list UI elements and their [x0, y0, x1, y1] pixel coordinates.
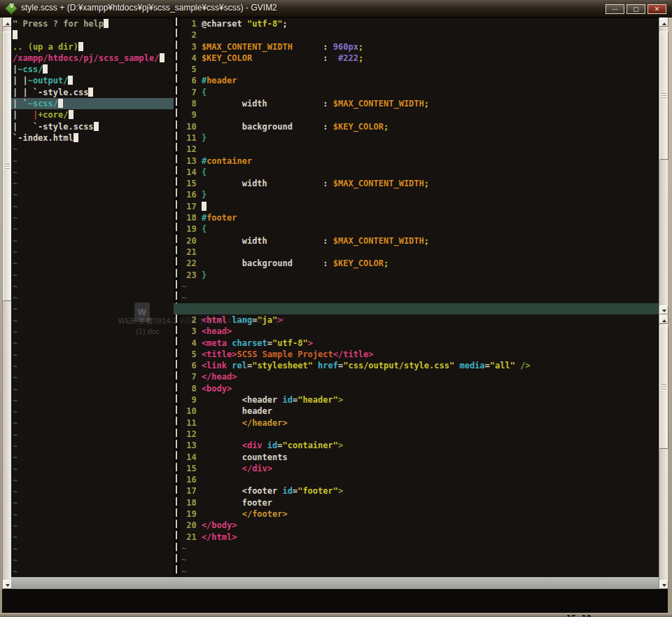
code-line[interactable]: 13 <div id="container">	[180, 440, 659, 451]
scroll-up-button[interactable]	[659, 314, 668, 324]
tree-item[interactable]: " Press ? for help	[11, 18, 174, 29]
code-line[interactable]: 7{	[180, 87, 659, 98]
code-line[interactable]: 17 <footer id="footer">	[180, 485, 659, 497]
code-line[interactable]: 14 countents	[180, 452, 659, 463]
code-line[interactable]: 22 background : $KEY_COLOR;	[180, 258, 659, 269]
syntax-token: {	[202, 167, 206, 177]
code-line[interactable]: 21	[180, 247, 659, 258]
code-line[interactable]: 3<head>	[180, 326, 659, 337]
tree-item[interactable]: .. (up a dir)	[11, 41, 174, 53]
code-line[interactable]: 2<html lang="ja">	[180, 314, 659, 326]
split-divider[interactable]	[176, 18, 177, 577]
syntax-token: $KEY_COLOR	[333, 258, 384, 268]
line-number: 4	[181, 53, 197, 64]
code-line[interactable]: 5	[180, 64, 659, 75]
syntax-token: | |	[13, 76, 28, 85]
code-line[interactable]: 13#container	[180, 155, 659, 167]
code-line[interactable]: 19 </footer>	[180, 508, 659, 520]
syntax-token: {	[202, 224, 206, 234]
right-scrollbar-bottom[interactable]	[659, 314, 668, 589]
maximize-button[interactable]: ▢	[626, 4, 645, 14]
code-line[interactable]: 23}	[180, 270, 659, 281]
code-line[interactable]: 10 background : $KEY_COLOR;	[180, 121, 659, 132]
syntax-token: footer	[202, 498, 272, 508]
line-number: 17	[181, 485, 197, 497]
code-line[interactable]: 10 header	[180, 405, 659, 417]
syntax-token: >	[308, 338, 313, 348]
code-line[interactable]: 1@charset "utf-8";	[180, 18, 659, 29]
code-line[interactable]: 16	[180, 474, 659, 485]
tilde-line: ~	[11, 155, 174, 167]
code-line[interactable]: 20 width : $MAX_CONTENT_WIDTH;	[180, 235, 659, 247]
line-number: 2	[181, 29, 197, 41]
syntax-token: =	[485, 361, 490, 370]
syntax-token: </body>	[202, 520, 237, 530]
tilde-line: ~	[11, 338, 174, 349]
code-line[interactable]: 9	[180, 109, 659, 120]
tree-item[interactable]: |~css/	[11, 64, 174, 75]
syntax-token: @charset	[202, 19, 247, 29]
code-line[interactable]: 11}	[180, 132, 659, 144]
code-line[interactable]: 17	[180, 201, 659, 212]
code-line[interactable]: 8<body>	[180, 383, 659, 394]
line-number: 10	[181, 121, 197, 132]
tree-item[interactable]: | |+core/	[11, 109, 174, 120]
code-line[interactable]: 19{	[180, 223, 659, 235]
code-line[interactable]: 6<link rel="stylesheet" href="css/output…	[180, 360, 659, 371]
code-line[interactable]: 14{	[180, 167, 659, 178]
code-line[interactable]: 3$MAX_CONTENT_WIDTH : 960px;	[180, 41, 659, 53]
syntax-token: $MAX_CONTENT_WIDTH	[202, 42, 293, 52]
tilde-line: ~	[11, 281, 174, 292]
code-line[interactable]: 2	[180, 29, 659, 41]
code-line[interactable]: 21</html>	[180, 532, 659, 543]
text-cursor	[104, 19, 108, 28]
scrollbar-thumb[interactable]	[659, 32, 668, 160]
code-line[interactable]: 18 footer	[180, 497, 659, 508]
tree-item[interactable]	[11, 29, 174, 41]
syntax-token: ;	[424, 179, 429, 188]
line-number: 1	[181, 18, 197, 29]
code-line[interactable]: 6#header	[180, 75, 659, 86]
line-number: 16	[181, 189, 197, 200]
close-button[interactable]: ✕	[648, 4, 666, 14]
text-cursor	[69, 110, 74, 119]
code-line[interactable]: 5<title>SCSS Sample Project</title>	[180, 349, 659, 360]
tree-item[interactable]: | `~scss/	[11, 98, 174, 109]
code-line[interactable]: 9 <header id="header">	[180, 394, 659, 405]
code-line[interactable]: 18#footer	[180, 212, 659, 223]
vim-app-icon[interactable]: V	[4, 1, 18, 15]
minimize-button[interactable]: —	[606, 4, 624, 14]
line-number: 9	[181, 109, 197, 120]
code-line[interactable]: 4<meta charset="utf-8">	[180, 338, 659, 349]
code-line[interactable]: 7</head>	[180, 371, 659, 382]
scrollbar-thumb[interactable]	[659, 326, 668, 449]
tree-item[interactable]: | `-style.scss	[11, 121, 174, 132]
code-line[interactable]: 11 </header>	[180, 417, 659, 429]
syntax-token: $KEY_COLOR	[202, 53, 252, 63]
syntax-token: |	[13, 110, 33, 120]
code-line[interactable]: 8 width : $MAX_CONTENT_WIDTH;	[180, 98, 659, 109]
tilde-line: ~	[11, 167, 174, 178]
tree-item[interactable]: | |~output/	[11, 75, 174, 86]
scroll-down-button[interactable]	[659, 580, 668, 589]
tree-item[interactable]: `-index.html	[11, 132, 174, 144]
syntax-token: </footer>	[242, 509, 288, 519]
code-line[interactable]: 15 </div>	[180, 463, 659, 474]
code-line[interactable]: 12	[180, 144, 659, 155]
code-line[interactable]: 20</body>	[180, 520, 659, 531]
tilde-line: ~	[11, 452, 174, 463]
syntax-token: background :	[202, 122, 333, 132]
scroll-down-button[interactable]	[659, 305, 668, 314]
left-scrollbar[interactable]	[2, 18, 11, 589]
code-line[interactable]: 4$KEY_COLOR : #222;	[180, 53, 659, 64]
right-scrollbar-top[interactable]	[659, 18, 668, 314]
syntax-token	[262, 441, 267, 450]
code-line[interactable]: 12	[180, 429, 659, 440]
tree-item[interactable]: /xampp/htdocs/pj/scss_sample/	[11, 53, 174, 64]
tree-item[interactable]: | | `-style.css	[11, 87, 174, 98]
line-number: 20	[181, 235, 197, 247]
code-line[interactable]: 15 width : $MAX_CONTENT_WIDTH;	[180, 178, 659, 189]
code-line[interactable]: 16}	[180, 189, 659, 200]
command-line[interactable]	[2, 589, 668, 613]
scroll-up-button[interactable]	[659, 18, 668, 27]
